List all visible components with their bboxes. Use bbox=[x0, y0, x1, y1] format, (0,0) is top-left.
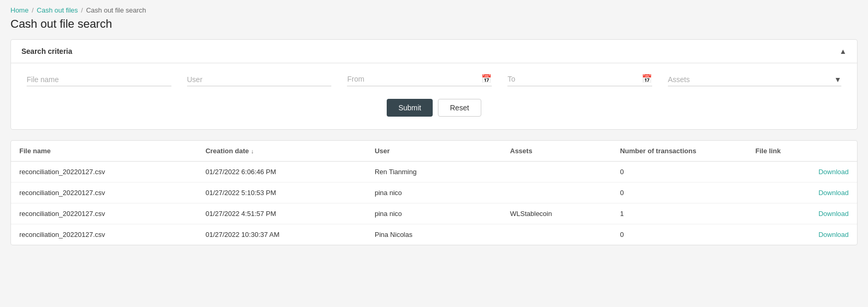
cell-user: Ren Tianming bbox=[366, 162, 502, 183]
col-header-file-link: File link bbox=[747, 141, 858, 162]
download-link[interactable]: Download bbox=[818, 168, 849, 176]
cell-filename: reconciliation_20220127.csv bbox=[11, 203, 197, 224]
download-link[interactable]: Download bbox=[818, 189, 849, 197]
from-calendar-icon[interactable]: 📅 bbox=[481, 74, 492, 84]
cell-user: pina nico bbox=[366, 183, 502, 203]
to-field-group: 📅 bbox=[507, 74, 652, 86]
breadcrumb-current: Cash out file search bbox=[86, 6, 146, 14]
download-link[interactable]: Download bbox=[818, 231, 849, 238]
breadcrumb-sep-1: / bbox=[32, 6, 34, 14]
search-form: 📅 📅 Assets ▼ Submit bbox=[11, 63, 857, 129]
from-field-group: 📅 bbox=[347, 74, 492, 86]
cell-assets bbox=[502, 183, 611, 203]
breadcrumb-cash-out-files[interactable]: Cash out files bbox=[37, 6, 78, 14]
table-header: File name Creation date ↓ User Assets Nu… bbox=[11, 141, 857, 162]
cell-filename: reconciliation_20220127.csv bbox=[11, 162, 197, 183]
user-input-wrap bbox=[187, 75, 332, 86]
col-header-num-transactions: Number of transactions bbox=[611, 141, 747, 162]
cell-file-link: Download bbox=[747, 203, 858, 224]
cell-creation-date: 01/27/2022 6:06:46 PM bbox=[197, 162, 366, 183]
table-body: reconciliation_20220127.csv 01/27/2022 6… bbox=[11, 162, 857, 245]
table-row: reconciliation_20220127.csv 01/27/2022 5… bbox=[11, 183, 857, 203]
cell-creation-date: 01/27/2022 10:30:37 AM bbox=[197, 224, 366, 245]
file-name-input[interactable] bbox=[27, 75, 171, 84]
page-title: Cash out file search bbox=[10, 17, 858, 31]
cell-filename: reconciliation_20220127.csv bbox=[11, 183, 197, 203]
form-actions: Submit Reset bbox=[27, 99, 841, 117]
cell-filename: reconciliation_20220127.csv bbox=[11, 224, 197, 245]
cell-creation-date: 01/27/2022 5:10:53 PM bbox=[197, 183, 366, 203]
cell-file-link: Download bbox=[747, 183, 858, 203]
user-input[interactable] bbox=[187, 75, 332, 84]
cell-num-transactions: 1 bbox=[611, 203, 747, 224]
cell-user: pina nico bbox=[366, 203, 502, 224]
breadcrumb: Home / Cash out files / Cash out file se… bbox=[10, 6, 858, 14]
creation-date-sort[interactable]: Creation date ↓ bbox=[205, 147, 254, 155]
cell-num-transactions: 0 bbox=[611, 162, 747, 183]
download-link[interactable]: Download bbox=[818, 210, 849, 218]
from-input[interactable] bbox=[347, 75, 479, 83]
cell-file-link: Download bbox=[747, 224, 858, 245]
collapse-icon[interactable]: ▲ bbox=[839, 47, 847, 55]
to-input-wrap: 📅 bbox=[507, 74, 652, 86]
table-header-row: File name Creation date ↓ User Assets Nu… bbox=[11, 141, 857, 162]
breadcrumb-sep-2: / bbox=[81, 6, 83, 14]
table-row: reconciliation_20220127.csv 01/27/2022 1… bbox=[11, 224, 857, 245]
file-name-input-wrap bbox=[27, 75, 171, 86]
col-header-creation-date[interactable]: Creation date ↓ bbox=[197, 141, 366, 162]
cell-assets: WLStablecoin bbox=[502, 203, 611, 224]
reset-button[interactable]: Reset bbox=[438, 99, 481, 117]
col-header-filename: File name bbox=[11, 141, 197, 162]
results-panel: File name Creation date ↓ User Assets Nu… bbox=[10, 140, 858, 245]
assets-field-group: Assets ▼ bbox=[668, 75, 841, 86]
cell-assets bbox=[502, 224, 611, 245]
sort-arrow-icon: ↓ bbox=[251, 148, 254, 154]
to-calendar-icon[interactable]: 📅 bbox=[642, 74, 652, 84]
cell-assets bbox=[502, 162, 611, 183]
search-panel: Search criteria ▲ 📅 bbox=[10, 39, 858, 130]
submit-button[interactable]: Submit bbox=[387, 99, 433, 117]
assets-select-wrap: Assets ▼ bbox=[668, 75, 841, 86]
table-row: reconciliation_20220127.csv 01/27/2022 4… bbox=[11, 203, 857, 224]
user-field-group bbox=[187, 75, 332, 86]
cell-creation-date: 01/27/2022 4:51:57 PM bbox=[197, 203, 366, 224]
cell-file-link: Download bbox=[747, 162, 858, 183]
assets-dropdown-arrow-icon: ▼ bbox=[834, 75, 841, 84]
cell-num-transactions: 0 bbox=[611, 183, 747, 203]
search-criteria-label: Search criteria bbox=[21, 47, 72, 55]
from-input-wrap: 📅 bbox=[347, 74, 492, 86]
search-fields: 📅 📅 Assets ▼ bbox=[27, 74, 841, 86]
cell-num-transactions: 0 bbox=[611, 224, 747, 245]
col-header-user: User bbox=[366, 141, 502, 162]
table-row: reconciliation_20220127.csv 01/27/2022 6… bbox=[11, 162, 857, 183]
results-table: File name Creation date ↓ User Assets Nu… bbox=[11, 141, 857, 245]
cell-user: Pina Nicolas bbox=[366, 224, 502, 245]
to-input[interactable] bbox=[507, 75, 640, 83]
search-panel-header: Search criteria ▲ bbox=[11, 40, 857, 63]
breadcrumb-home[interactable]: Home bbox=[10, 6, 29, 14]
file-name-field-group bbox=[27, 75, 171, 86]
assets-select[interactable]: Assets bbox=[668, 75, 834, 84]
col-header-assets: Assets bbox=[502, 141, 611, 162]
